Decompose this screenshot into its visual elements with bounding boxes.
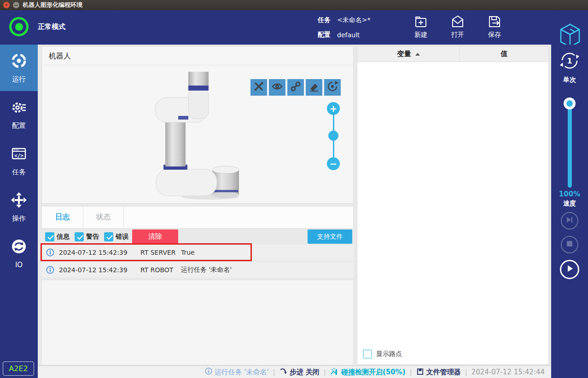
visibility-button[interactable]	[269, 79, 285, 96]
view-zoom-control: + −	[327, 102, 340, 171]
mode-indicator: 正常模式	[9, 17, 65, 36]
single-run-toggle[interactable]: 1 单次	[551, 50, 588, 84]
status-divider: |	[465, 368, 467, 376]
tab-status[interactable]: 状态	[83, 206, 124, 228]
task-info: 任务 <未命名>* 配置 default	[318, 14, 370, 44]
speed-slider-track[interactable]	[568, 103, 572, 188]
new-task-label: 新建	[414, 31, 427, 39]
status-step-mode[interactable]: 步进 关闭	[279, 367, 320, 377]
status-divider: |	[273, 368, 275, 376]
app-window: ✕ — 机器人图形化编程环境 正常模式 任务 <未命名>* 配置 default	[0, 0, 588, 378]
robot-3d-view[interactable]: + −	[42, 65, 353, 203]
log-entry-row[interactable]: 2024-07-12 15:42:39 RT SERVER True	[41, 245, 354, 260]
robot-arm-image	[152, 72, 258, 200]
log-source: RT SERVER	[140, 249, 176, 256]
sidebar-item-run[interactable]: 运行	[0, 45, 38, 91]
sort-asc-icon	[415, 53, 420, 56]
tab-log[interactable]: 日志	[42, 206, 83, 228]
support-files-button[interactable]: 支持文件	[308, 229, 352, 244]
log-source: RT ROBOT	[140, 266, 173, 274]
error-checkbox[interactable]	[104, 232, 113, 241]
rotate-icon	[326, 80, 338, 94]
sidebar-item-config[interactable]: 配置	[0, 91, 38, 137]
log-panel: 日志 状态 信息 警告 错误 清除 支持文件	[41, 206, 354, 365]
sidebar-item-label: IO	[15, 261, 23, 269]
log-entry-row[interactable]: 2024-07-12 15:42:39 RT ROBOT 运行任务 '未命名'	[41, 262, 354, 278]
run-control-sidebar: 1 单次 100% 速度	[551, 45, 588, 378]
svg-text:</>: </>	[14, 152, 23, 158]
step-button[interactable]	[561, 212, 578, 229]
sidebar-item-label: 配置	[12, 121, 26, 130]
filter-warning-label: 警告	[86, 233, 99, 241]
sidebar-item-label: 运行	[12, 75, 26, 84]
io-swap-icon	[11, 238, 27, 257]
save-icon	[487, 14, 502, 29]
robot-panel: 机器人	[41, 46, 354, 204]
status-bar: 运行任务 '未命名' | 步进 关闭 | 碰撞检测开启(50	[38, 366, 551, 378]
log-tab-bar: 日志 状态	[41, 206, 354, 229]
stop-icon	[566, 240, 573, 249]
eraser-icon	[308, 80, 320, 94]
zoom-out-button[interactable]: −	[327, 157, 340, 170]
left-sidebar: 运行 配置 </>	[0, 45, 38, 378]
code-window-icon: </>	[11, 145, 27, 164]
header-actions: 新建 打开 保存	[406, 14, 509, 39]
show-waypoints-label: 显示路点	[376, 350, 402, 358]
save-task-button[interactable]: 保存	[480, 14, 509, 39]
info-checkbox[interactable]	[45, 232, 54, 241]
step-arrow-icon	[279, 367, 287, 377]
filter-info: 信息	[45, 232, 70, 241]
view-toolbar	[250, 79, 341, 96]
speed-slider-thumb[interactable]	[564, 97, 576, 109]
status-divider: |	[324, 368, 326, 376]
reset-view-button[interactable]	[324, 79, 341, 96]
filter-error: 错误	[104, 232, 128, 241]
sidebar-item-label: 任务	[12, 168, 26, 177]
path-button[interactable]	[287, 79, 304, 96]
play-button[interactable]	[560, 260, 579, 279]
variable-panel: 变量 值 显示路点	[357, 46, 549, 365]
stop-button[interactable]	[561, 236, 578, 253]
info-icon	[46, 248, 54, 257]
new-task-button[interactable]: 新建	[406, 14, 436, 39]
tools-icon	[253, 80, 265, 94]
status-divider: |	[410, 368, 412, 376]
warning-checkbox[interactable]	[75, 232, 84, 241]
minimize-icon[interactable]: —	[13, 2, 19, 8]
speed-readout: 100% 速度	[551, 190, 588, 207]
open-file-icon	[450, 14, 465, 29]
info-icon	[46, 266, 54, 274]
sidebar-item-task[interactable]: </> 任务	[0, 137, 38, 184]
erase-button[interactable]	[306, 79, 322, 96]
zoom-slider-thumb[interactable]	[328, 131, 338, 141]
single-run-icon: 1	[559, 50, 580, 73]
save-task-label: 保存	[488, 31, 501, 39]
header: 正常模式 任务 <未命名>* 配置 default 新建	[0, 10, 588, 45]
move-arrows-icon	[11, 192, 27, 210]
show-waypoints-checkbox[interactable]	[363, 349, 372, 359]
single-run-label: 单次	[563, 76, 576, 84]
open-task-button[interactable]: 打开	[443, 14, 472, 39]
close-icon[interactable]: ✕	[3, 2, 10, 8]
zoom-in-button[interactable]: +	[327, 102, 340, 115]
filter-error-label: 错误	[116, 233, 128, 241]
tools-button[interactable]	[250, 79, 267, 96]
task-label: 任务	[318, 16, 337, 24]
log-time: 2024-07-12 15:42:39	[59, 249, 128, 256]
status-collision-detection[interactable]: 碰撞检测开启(50%)	[330, 367, 406, 378]
variable-table-header: 变量 值	[357, 46, 548, 62]
column-header-variable[interactable]: 变量	[357, 46, 460, 62]
speed-label: 速度	[551, 199, 588, 207]
sidebar-item-io[interactable]: IO	[0, 230, 38, 277]
clear-log-button[interactable]: 清除	[132, 229, 178, 244]
status-file-manager[interactable]: 文件管理器	[416, 367, 461, 377]
single-run-count: 1	[567, 57, 572, 65]
config-label: 配置	[318, 31, 337, 39]
collision-icon	[330, 367, 339, 378]
speed-slider	[564, 97, 576, 188]
mode-status-icon	[9, 17, 29, 36]
filter-warning: 警告	[75, 232, 99, 241]
play-icon	[565, 264, 574, 275]
open-task-label: 打开	[451, 31, 464, 39]
sidebar-item-operate[interactable]: 操作	[0, 184, 38, 230]
